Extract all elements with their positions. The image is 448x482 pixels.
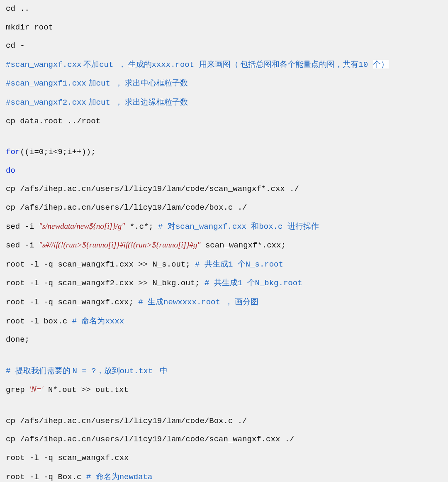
- comment-text: ，放到: [96, 366, 120, 375]
- comment-text: 10: [358, 60, 373, 69]
- code-line: cp /afs/ihep.ac.cn/users/l/licy19/lam/co…: [6, 414, 442, 433]
- blank-line: [6, 351, 442, 364]
- comment-text: 个: [238, 259, 246, 268]
- comment-text: out.txt: [120, 367, 158, 376]
- comment-text: xxxx: [105, 317, 124, 326]
- code-text: root -l -q scan_wangxf.cxx: [6, 453, 129, 462]
- code-line: #scan_wangxf2.cxx 加cut ， 求出边缘框粒子数: [6, 95, 442, 114]
- comment-text: 加: [86, 98, 96, 106]
- code-line: for((i=0;i<9;i++));: [6, 145, 442, 164]
- comment-text: #: [72, 317, 82, 326]
- comment-text: 命名为: [81, 316, 105, 325]
- comment-text: 加: [86, 78, 96, 87]
- code-text: sed -i: [6, 241, 39, 250]
- code-text: root -l -q scan_wangxf1.cxx >> N_s.out;: [6, 260, 195, 269]
- code-text: root -l -q scan_wangxf.cxx;: [6, 298, 138, 307]
- comment-text: #: [6, 367, 15, 376]
- code-text: cd -: [6, 41, 25, 50]
- comment-text: 共生成: [205, 259, 228, 268]
- code-line: done;: [6, 333, 442, 351]
- code-line: #scan_wangxf.cxx 不加cut ， 生成的xxxx.root 用来…: [6, 57, 442, 76]
- comment-text: #: [86, 472, 96, 482]
- comment-text: 对: [168, 222, 175, 230]
- code-line: sed -i "s#//if(!(run>${runno[i]}#if(!(ru…: [6, 238, 442, 257]
- code-text: N*.out >> out.txt: [44, 385, 129, 394]
- code-text: cp /afs/ihep.ac.cn/users/l/licy19/lam/co…: [6, 184, 299, 193]
- comment-text: N = ?: [73, 367, 96, 376]
- highlighted-text: 个）: [373, 60, 389, 69]
- code-line: root -l -q scan_wangxf.cxx: [6, 451, 442, 470]
- code-block: cd .. mkdir root cd - #scan_wangxf.cxx 不…: [0, 0, 448, 482]
- code-line: do: [6, 164, 442, 182]
- comment-text: scan_wangxf.cxx: [175, 222, 251, 231]
- code-text: cd ..: [6, 4, 29, 13]
- comment-text: N_bkg.root: [255, 279, 302, 288]
- comment-text: #scan_wangxf2.cxx: [6, 98, 86, 107]
- code-line: sed -i "s/newdata/new${no[i]}/g" *.c*; #…: [6, 219, 442, 238]
- blank-line: [6, 132, 442, 145]
- code-line: #scan_wangxf1.cxx 加cut ， 求出中心框粒子数: [6, 76, 442, 95]
- code-line: root -l -q scan_wangxf.cxx; # 生成newxxxx.…: [6, 295, 442, 314]
- comment-text: N_s.root: [246, 260, 283, 269]
- code-text: cp data.root ../root: [6, 117, 100, 126]
- code-line: root -l -q Box.c # 命名为newdata: [6, 470, 442, 482]
- keyword-text: do: [6, 166, 15, 175]
- comment-text: 用来画图（ 包括总图和各个能量点的图，共有: [199, 60, 359, 69]
- code-line: cd -: [6, 39, 442, 57]
- code-text: done;: [6, 335, 29, 344]
- code-line: root -l -q scan_wangxf2.cxx >> N_bkg.out…: [6, 276, 442, 295]
- code-line: root -l -q scan_wangxf1.cxx >> N_s.out; …: [6, 257, 442, 276]
- comment-text: newxxxx.root: [163, 298, 225, 307]
- code-line: cp /afs/ihep.ac.cn/users/l/licy19/lam/co…: [6, 201, 442, 219]
- string-text: 'N=': [29, 385, 44, 394]
- comment-text: cut: [99, 60, 118, 69]
- code-line: grep 'N=' N*.out >> out.txt: [6, 382, 442, 401]
- comment-text: 个: [247, 278, 255, 287]
- comment-text: #: [138, 298, 148, 307]
- code-text: grep: [6, 385, 29, 394]
- code-text: ((i=0;i<9;i++));: [20, 147, 95, 157]
- code-text: scan_wangxf*.cxx;: [201, 241, 286, 250]
- code-text: root -l -q Box.c: [6, 472, 86, 482]
- code-line: cp /afs/ihep.ac.cn/users/l/licy19/lam/co…: [6, 432, 442, 451]
- comment-text: cut: [96, 79, 115, 88]
- code-line: mkdir root: [6, 20, 442, 39]
- comment-text: 提取我们需要的: [15, 366, 73, 375]
- comment-text: 进行操作: [287, 222, 319, 230]
- comment-text: ， 求出边缘框粒子数: [115, 98, 188, 106]
- comment-text: 1: [228, 260, 238, 269]
- comment-text: ， 求出中心框粒子数: [115, 78, 188, 87]
- comment-text: box.c: [259, 222, 287, 231]
- comment-text: #scan_wangxf1.cxx: [6, 79, 86, 88]
- code-text: cp /afs/ihep.ac.cn/users/l/licy19/lam/co…: [6, 203, 247, 212]
- comment-text: 1: [238, 279, 247, 288]
- keyword-text: for: [6, 147, 20, 157]
- string-text: "s/newdata/new${no[i]}/g": [39, 222, 125, 230]
- comment-text: 共生成: [214, 278, 238, 287]
- blank-line: [6, 401, 442, 414]
- code-line: # 提取我们需要的 N = ?，放到out.txt 中: [6, 364, 442, 383]
- code-line: cp /afs/ihep.ac.cn/users/l/licy19/lam/co…: [6, 182, 442, 201]
- code-text: root -l -q scan_wangxf2.cxx >> N_bkg.out…: [6, 279, 205, 288]
- comment-text: 命名为: [96, 472, 119, 481]
- comment-text: #scan_wangxf.cxx: [6, 60, 81, 69]
- comment-text: 不加: [81, 60, 99, 69]
- code-line: cd ..: [6, 2, 442, 20]
- code-text: *.c*;: [125, 222, 158, 231]
- code-text: sed -i: [6, 222, 39, 231]
- comment-text: xxxx.root: [152, 60, 199, 69]
- comment-text: 生成: [148, 297, 163, 306]
- comment-text: ， 生成的: [118, 60, 152, 69]
- code-text: mkdir root: [6, 23, 53, 32]
- comment-text: cut: [96, 98, 115, 107]
- comment-text: #: [195, 260, 205, 269]
- comment-text: #: [205, 279, 214, 288]
- comment-text: 和: [251, 222, 259, 230]
- code-text: root -l box.c: [6, 317, 72, 326]
- code-text: cp /afs/ihep.ac.cn/users/l/licy19/lam/co…: [6, 416, 247, 426]
- string-text: "s#//if(!(run>${runno[i]}#if(!(run>${run…: [39, 240, 201, 249]
- code-text: cp /afs/ihep.ac.cn/users/l/licy19/lam/co…: [6, 435, 295, 444]
- comment-text: ， 画分图: [225, 297, 258, 306]
- comment-text: 中: [158, 366, 168, 375]
- comment-text: #: [158, 222, 168, 231]
